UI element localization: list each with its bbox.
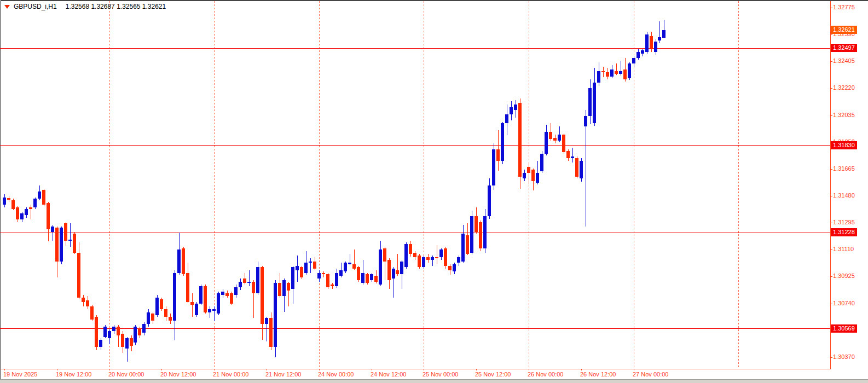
price-level-line[interactable] — [0, 328, 830, 329]
time-tick-mark — [57, 369, 57, 370]
candle-bull — [339, 270, 343, 276]
candle-bull — [571, 156, 574, 158]
candle-bull — [134, 327, 137, 343]
price-tick-mark — [830, 249, 832, 250]
chart-plot-area[interactable] — [0, 0, 830, 369]
time-tick-mark — [161, 369, 162, 370]
time-tick-mark — [634, 369, 634, 370]
candle-bull — [317, 273, 321, 278]
price-level-line[interactable] — [0, 233, 830, 233]
candle-bear — [527, 167, 530, 173]
day-gridline — [738, 1, 739, 369]
candle-wick — [572, 148, 573, 163]
price-tick-mark — [830, 223, 832, 223]
candle-bear — [396, 270, 399, 274]
price-tick-mark — [830, 88, 832, 89]
candle-bear — [243, 278, 246, 283]
price-tick-mark — [830, 196, 832, 196]
time-tick-mark — [109, 369, 110, 370]
time-tick-label: 21 Nov 12:00 — [265, 371, 301, 378]
candle-bear — [95, 317, 98, 347]
candle-bull — [584, 116, 587, 126]
level-price-badge: 1.32497 — [831, 44, 857, 52]
candle-bear — [313, 262, 316, 269]
price-level-line[interactable] — [0, 145, 830, 146]
candle-bear — [496, 149, 500, 161]
price-axis-line — [830, 1, 831, 369]
candle-bull — [523, 173, 526, 178]
time-tick-label: 19 Nov 12:00 — [56, 371, 91, 378]
time-tick-label: 27 Nov 00:00 — [633, 371, 668, 378]
candle-bull — [177, 249, 181, 273]
candle-bull — [239, 282, 242, 287]
price-tick-label: 1.31295 — [833, 219, 855, 225]
price-tick-mark — [830, 304, 832, 304]
candle-bear — [225, 293, 229, 296]
candle-bear — [435, 257, 438, 258]
candle-bull — [453, 264, 456, 271]
price-level-line[interactable] — [0, 48, 830, 49]
candle-bear — [278, 283, 281, 296]
candle-wick — [437, 245, 437, 264]
candle-bull — [221, 292, 224, 295]
price-tick-label: 1.31480 — [833, 192, 855, 199]
candle-bull — [658, 37, 661, 40]
candle-bear — [623, 69, 627, 79]
candle-bear — [387, 260, 391, 280]
candle-bull — [147, 312, 150, 324]
candle-bull — [636, 52, 640, 58]
candle-bull — [619, 71, 622, 74]
price-tick-mark — [830, 357, 832, 358]
candle-bull — [99, 340, 102, 347]
candle-bull — [505, 114, 508, 123]
candle-bull — [125, 338, 129, 349]
symbol-dropdown-icon[interactable] — [4, 5, 10, 9]
candle-bear — [448, 266, 452, 270]
candle-bear — [73, 234, 76, 253]
time-axis-line — [0, 369, 830, 369]
candle-bull — [142, 324, 146, 333]
candle-bear — [7, 198, 10, 200]
candle-bear — [553, 138, 557, 141]
candle-bear — [549, 132, 552, 139]
candle-bear — [204, 286, 207, 312]
candle-bull — [199, 286, 202, 304]
candle-bull — [483, 216, 487, 248]
candle-bear — [615, 71, 618, 74]
candle-bull — [392, 269, 395, 278]
candle-bear — [601, 71, 605, 72]
candle-bull — [217, 293, 220, 314]
candle-bull — [439, 249, 443, 257]
candle-bear — [269, 318, 273, 347]
time-tick-mark — [319, 369, 320, 370]
time-tick-mark — [581, 369, 582, 370]
candle-bull — [470, 216, 473, 253]
candle-bear — [117, 327, 120, 335]
time-tick-label: 25 Nov 00:00 — [423, 371, 458, 378]
candle-bear — [331, 285, 334, 286]
candle-bear — [466, 235, 469, 254]
candle-bull — [296, 266, 299, 270]
price-tick-mark — [830, 61, 832, 62]
candle-wick — [323, 271, 324, 277]
day-gridline — [529, 1, 529, 369]
price-tick-label: 1.32775 — [833, 4, 855, 10]
time-tick-label: 25 Nov 12:00 — [475, 371, 511, 378]
candle-bear — [230, 293, 233, 304]
symbol-timeframe-label: GBPUSD_i,H1 — [14, 3, 57, 10]
candle-bear — [29, 207, 32, 209]
candle-bear — [16, 207, 19, 219]
price-tick-mark — [830, 34, 832, 35]
candle-bear — [322, 273, 325, 274]
candle-bear — [518, 103, 522, 177]
candle-bull — [431, 257, 434, 260]
candle-bull — [488, 185, 491, 216]
candle-bull — [597, 71, 600, 83]
candle-bull — [291, 267, 294, 289]
candle-bull — [33, 199, 37, 207]
candle-bear — [42, 190, 45, 205]
candle-bull — [60, 228, 63, 262]
candle-bull — [588, 88, 592, 116]
candle-bear — [650, 36, 653, 49]
candle-bear — [82, 298, 85, 302]
